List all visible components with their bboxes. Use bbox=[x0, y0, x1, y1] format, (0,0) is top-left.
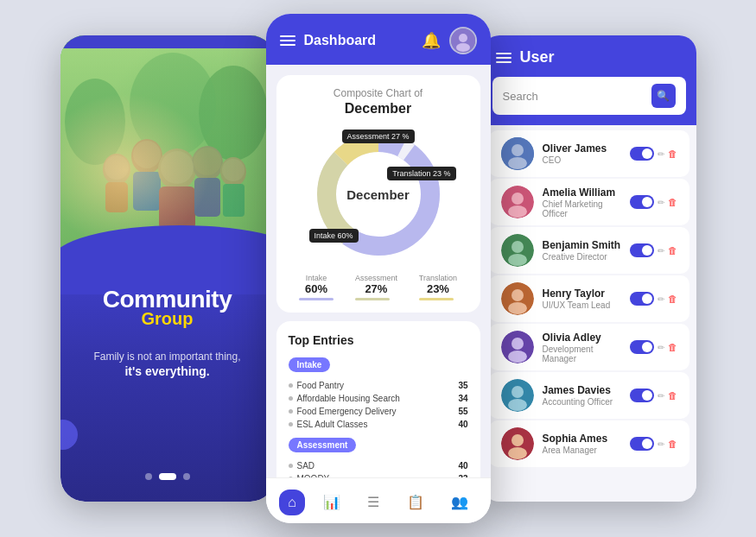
edit-icon-amelia[interactable]: ✏ bbox=[658, 198, 664, 207]
user-role-amelia: Chief Marketing Officer bbox=[543, 199, 621, 218]
entry-count: 35 bbox=[458, 381, 467, 390]
edit-icon-henry[interactable]: ✏ bbox=[658, 294, 664, 304]
user-actions-benjamin: ✏ 🗑 bbox=[630, 243, 677, 257]
hamburger-line-1 bbox=[280, 35, 295, 37]
svg-point-30 bbox=[508, 157, 527, 169]
avatar-initials bbox=[501, 137, 534, 170]
dot-1[interactable] bbox=[145, 473, 152, 480]
user-name-james: James Davies bbox=[543, 384, 621, 396]
assessment-tooltip: Assessment 27 % bbox=[341, 130, 414, 143]
chart-subtitle: Composite Chart of bbox=[289, 87, 468, 99]
delete-icon-sophia[interactable]: 🗑 bbox=[668, 439, 677, 449]
user-role-oliver: CEO bbox=[543, 155, 621, 165]
legend-translation: Translation 23% bbox=[419, 274, 457, 300]
header-left: Dashboard bbox=[280, 33, 377, 48]
user-panel-title: User bbox=[520, 48, 555, 66]
edit-icon-benjamin[interactable]: ✏ bbox=[658, 246, 664, 256]
doc-icon: 📋 bbox=[407, 494, 424, 510]
svg-rect-6 bbox=[105, 182, 128, 212]
list-icon: ☰ bbox=[367, 494, 379, 510]
user-info-sophia: Sophia Ames Area Manager bbox=[543, 433, 621, 455]
entry-count: 40 bbox=[458, 461, 467, 471]
svg-point-7 bbox=[131, 139, 162, 174]
svg-point-13 bbox=[220, 157, 246, 186]
avatar-sophia bbox=[501, 427, 534, 460]
svg-point-36 bbox=[508, 254, 527, 266]
entry-name: SAD bbox=[297, 461, 459, 471]
edit-icon-sophia[interactable]: ✏ bbox=[658, 439, 664, 449]
search-icon: 🔍 bbox=[657, 90, 670, 102]
edit-icon-james[interactable]: ✏ bbox=[658, 391, 664, 401]
delete-icon-henry[interactable]: 🗑 bbox=[668, 294, 677, 304]
hamburger-line-2 bbox=[496, 57, 511, 59]
app-container: Community Group Family is not an importa… bbox=[0, 0, 756, 537]
community-screen: Community Group Family is not an importa… bbox=[60, 35, 275, 502]
search-input-wrap[interactable]: Search 🔍 bbox=[492, 77, 686, 115]
svg-point-39 bbox=[508, 302, 527, 314]
toggle-olivia[interactable] bbox=[630, 340, 654, 354]
nav-list[interactable]: ☰ bbox=[359, 489, 388, 515]
dot-3[interactable] bbox=[183, 473, 190, 480]
edit-icon-oliver[interactable]: ✏ bbox=[658, 149, 664, 159]
entry-name: Food Pantry bbox=[297, 381, 459, 390]
user-role-james: Accounting Officer bbox=[543, 397, 621, 407]
tagline-line2: it's everything. bbox=[78, 364, 257, 378]
toggle-oliver[interactable] bbox=[630, 147, 654, 161]
user-list: Oliver James CEO ✏ 🗑 Amelia William Chie… bbox=[482, 125, 696, 498]
search-button[interactable]: 🔍 bbox=[651, 84, 676, 108]
user-item-oliver: Oliver James CEO ✏ 🗑 bbox=[489, 130, 689, 177]
nav-people[interactable]: 👥 bbox=[442, 489, 477, 515]
avatar-henry bbox=[501, 282, 534, 315]
hamburger-line-3 bbox=[280, 44, 295, 46]
translation-bar bbox=[419, 298, 454, 300]
user-item-henry: Henry Taylor UI/UX Team Lead ✏ 🗑 bbox=[489, 275, 689, 322]
nav-home[interactable]: ⌂ bbox=[279, 490, 305, 515]
svg-point-19 bbox=[222, 159, 245, 181]
user-name-henry: Henry Taylor bbox=[543, 287, 621, 300]
hamburger-icon[interactable] bbox=[280, 35, 295, 46]
svg-point-48 bbox=[508, 447, 527, 459]
decorative-circle bbox=[60, 420, 78, 450]
notification-icon[interactable]: 🔔 bbox=[422, 31, 441, 50]
user-name-sophia: Sophia Ames bbox=[543, 433, 621, 445]
home-icon: ⌂ bbox=[288, 495, 296, 510]
search-placeholder: Search bbox=[503, 90, 651, 103]
bullet bbox=[289, 464, 293, 468]
toggle-amelia[interactable] bbox=[630, 195, 654, 209]
user-actions-sophia: ✏ 🗑 bbox=[630, 437, 677, 451]
toggle-sophia[interactable] bbox=[630, 437, 654, 451]
hamburger-icon[interactable] bbox=[496, 53, 511, 63]
user-item-benjamin: Benjamin Smith Creative Director ✏ 🗑 bbox=[489, 227, 689, 274]
dot-2[interactable] bbox=[159, 473, 176, 480]
entry-row: Affordable Housing Search 34 bbox=[289, 392, 468, 405]
entries-card: Top Entries Intake Food Pantry 35 Afford… bbox=[276, 321, 480, 477]
nav-doc[interactable]: 📋 bbox=[398, 489, 433, 515]
nav-chart[interactable]: 📊 bbox=[314, 489, 349, 515]
svg-point-9 bbox=[158, 148, 196, 190]
intake-value: 60% bbox=[299, 282, 334, 295]
delete-icon-benjamin[interactable]: 🗑 bbox=[668, 245, 677, 256]
edit-icon-olivia[interactable]: ✏ bbox=[658, 343, 664, 352]
svg-point-3 bbox=[199, 66, 268, 161]
svg-rect-10 bbox=[159, 186, 195, 230]
delete-icon-james[interactable]: 🗑 bbox=[668, 390, 677, 401]
svg-point-5 bbox=[103, 154, 130, 185]
entry-row: Food Pantry 35 bbox=[289, 379, 468, 392]
assessment-value: 27% bbox=[355, 282, 397, 295]
delete-icon-oliver[interactable]: 🗑 bbox=[668, 148, 677, 159]
delete-icon-amelia[interactable]: 🗑 bbox=[668, 197, 677, 207]
toggle-henry[interactable] bbox=[630, 292, 654, 306]
translation-label: Translation bbox=[419, 274, 457, 282]
intake-label: Intake bbox=[299, 274, 334, 282]
assessment-list: SAD 40 MOODY 33 bbox=[289, 459, 468, 477]
svg-point-4 bbox=[130, 53, 216, 156]
user-avatar[interactable] bbox=[449, 27, 477, 54]
svg-point-16 bbox=[133, 141, 161, 168]
user-name-benjamin: Benjamin Smith bbox=[543, 239, 621, 251]
toggle-james[interactable] bbox=[630, 389, 654, 402]
delete-icon-olivia[interactable]: 🗑 bbox=[668, 342, 677, 352]
toggle-benjamin[interactable] bbox=[630, 243, 654, 257]
translation-value: 23% bbox=[419, 282, 457, 295]
avatar-olivia bbox=[501, 331, 534, 363]
entry-count: 34 bbox=[458, 394, 467, 403]
